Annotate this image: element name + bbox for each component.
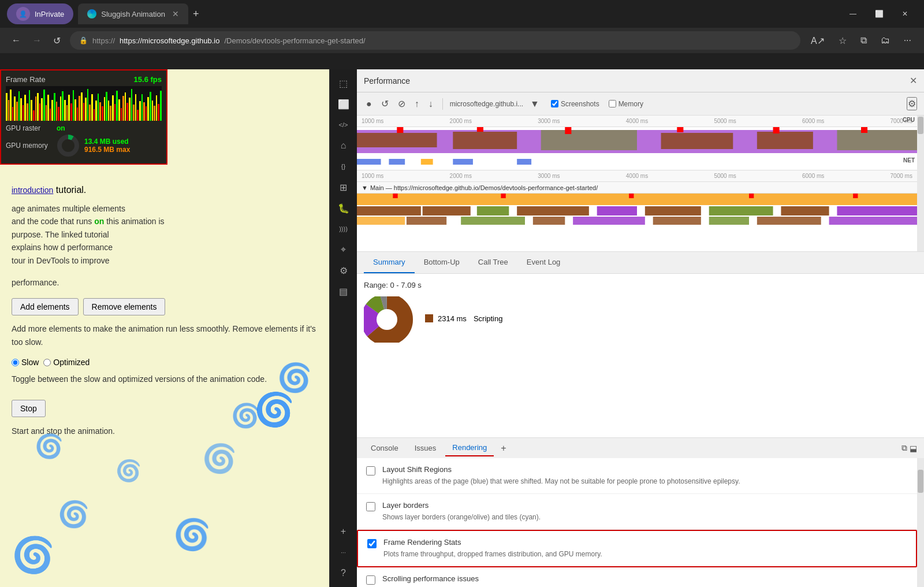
sidebar-icon-cursor[interactable]: ⬚ xyxy=(334,74,353,92)
add-elements-button[interactable]: Add elements xyxy=(12,298,79,315)
svg-rect-21 xyxy=(357,206,421,216)
sidebar-icon-network[interactable]: ⊞ xyxy=(334,178,353,196)
rendering-scrollbar[interactable] xyxy=(917,458,924,587)
maximize-button[interactable]: ⬜ xyxy=(866,3,893,24)
svg-rect-11 xyxy=(565,127,571,134)
tab-issues[interactable]: Issues xyxy=(408,440,444,456)
optimized-radio-label[interactable]: Optimized xyxy=(43,358,90,367)
tab-event-log[interactable]: Event Log xyxy=(517,252,570,273)
devtools-title: Performance xyxy=(364,76,910,86)
timeline-scrollbar[interactable] xyxy=(917,116,924,251)
reload-button[interactable]: ↺ xyxy=(51,33,63,49)
scrolling-title: Scrolling performance issues xyxy=(382,574,908,583)
svg-rect-27 xyxy=(709,206,773,216)
download-button[interactable]: ↓ xyxy=(426,96,435,112)
sidebar-icon-storage[interactable]: ▤ xyxy=(334,282,353,300)
close-button[interactable]: ✕ xyxy=(893,3,917,24)
svg-rect-17 xyxy=(421,159,433,165)
svg-rect-33 xyxy=(533,217,565,225)
upload-button[interactable]: ↑ xyxy=(412,96,422,112)
dropdown-button[interactable]: ▼ xyxy=(528,96,542,112)
svg-rect-34 xyxy=(573,217,645,225)
menu-button[interactable]: ··· xyxy=(900,33,915,48)
add-remove-hint: Add more elements to make the animation … xyxy=(12,322,318,348)
slow-radio-label[interactable]: Slow xyxy=(12,358,39,367)
favorites-button[interactable]: ☆ xyxy=(835,33,850,49)
memory-checkbox[interactable] xyxy=(609,100,616,107)
stop-hint: Start and stop the animation. xyxy=(12,426,318,436)
main-track-header: ▼ Main — https://microsoftedge.github.io… xyxy=(357,182,917,194)
svg-rect-13 xyxy=(773,127,780,133)
tab-console[interactable]: Console xyxy=(364,440,405,456)
add-tab-button[interactable]: + xyxy=(496,441,511,456)
tab-close-button[interactable]: ✕ xyxy=(172,9,179,18)
gpu-memory-row: GPU memory 13.4 MB used 916.5 MB max xyxy=(6,134,162,157)
optimized-radio[interactable] xyxy=(43,359,51,366)
rendering-item-layout-shift: Layout Shift Regions Highlights areas of… xyxy=(357,458,917,494)
svg-rect-35 xyxy=(653,217,701,225)
layer-borders-checkbox[interactable] xyxy=(366,502,375,511)
tab-rendering[interactable]: Rendering xyxy=(445,440,494,456)
performance-settings-button[interactable]: ⚙ xyxy=(907,97,917,110)
sidebar-icon-home[interactable]: ⌂ xyxy=(334,136,353,155)
layout-shift-checkbox[interactable] xyxy=(366,466,375,475)
remove-elements-button[interactable]: Remove elements xyxy=(83,298,166,315)
read-aloud-button[interactable]: A↗ xyxy=(807,33,828,49)
sidebar-icon-more[interactable]: ··· xyxy=(334,543,353,562)
webpage-paragraph: age animates multiple elements and the c… xyxy=(12,202,318,267)
toggle-hint: Toggle between the slow and optimized ve… xyxy=(12,373,318,385)
control-buttons: Add elements Remove elements xyxy=(12,298,318,315)
tab-summary[interactable]: Summary xyxy=(364,252,415,273)
record-button[interactable]: ● xyxy=(364,96,374,112)
scrolling-checkbox[interactable] xyxy=(366,575,375,585)
sidebar-icon-device[interactable]: ⬜ xyxy=(334,95,353,113)
svg-rect-41 xyxy=(629,194,634,198)
perf-url: microsoftedge.github.i... xyxy=(450,100,523,108)
active-tab[interactable]: Sluggish Animation ✕ xyxy=(78,3,188,24)
tab-call-tree[interactable]: Call Tree xyxy=(469,252,517,273)
url-box[interactable]: 🔒 https://https://microsoftedge.github.i… xyxy=(70,31,800,50)
sidebar-icon-elements[interactable]: </> xyxy=(334,116,353,134)
devtools-close-button[interactable]: ✕ xyxy=(910,75,917,86)
sidebar-icon-code[interactable]: {} xyxy=(334,157,353,176)
ruler-marks-bottom: 1000 ms 2000 ms 3000 ms 4000 ms 5000 ms … xyxy=(357,173,917,179)
minimize-button[interactable]: — xyxy=(840,3,866,24)
sidebar-icon-animation[interactable]: ⌖ xyxy=(334,240,353,259)
dock-button[interactable]: ⧉ xyxy=(901,443,907,453)
memory-option: Memory xyxy=(609,100,643,108)
legend-scripting: 2314 ms Scripting xyxy=(425,314,502,323)
timeline-area: 1000 ms 2000 ms 3000 ms 4000 ms 5000 ms … xyxy=(357,116,924,252)
forward-button[interactable]: → xyxy=(30,33,44,48)
timeline-ruler-bottom: 1000 ms 2000 ms 3000 ms 4000 ms 5000 ms … xyxy=(357,170,917,182)
gpu-raster-row: GPU raster on xyxy=(6,124,162,132)
rendering-scrollbar-thumb[interactable] xyxy=(918,470,923,493)
slow-radio[interactable] xyxy=(12,359,19,366)
svg-rect-15 xyxy=(357,159,381,165)
optimized-label: Optimized xyxy=(53,358,90,367)
reload-record-button[interactable]: ↺ xyxy=(379,96,391,112)
svg-rect-23 xyxy=(477,206,509,216)
sidebar-icon-bug[interactable]: 🐛 xyxy=(334,199,353,217)
ruler2-mark-6000: 6000 ms xyxy=(802,173,824,179)
collections-button[interactable]: 🗂 xyxy=(877,33,893,48)
new-tab-button[interactable]: + xyxy=(193,8,199,20)
sidebar-icon-wifi[interactable]: )))) xyxy=(334,220,353,238)
timeline-scrollbar-thumb[interactable] xyxy=(918,117,923,134)
sidebar-icon-add[interactable]: + xyxy=(334,522,353,541)
stop-button[interactable]: Stop xyxy=(12,400,46,417)
tab-bottom-up[interactable]: Bottom-Up xyxy=(415,252,469,273)
intro-link[interactable]: introduction xyxy=(12,185,53,195)
sidebar-icon-help[interactable]: ? xyxy=(334,564,353,582)
sidebar-icon-settings[interactable]: ⚙ xyxy=(334,261,353,280)
layout-shift-content: Layout Shift Regions Highlights areas of… xyxy=(382,465,908,486)
split-panel-button[interactable]: ⬓ xyxy=(910,443,917,453)
inprivate-button[interactable]: 👤 InPrivate xyxy=(7,3,73,24)
back-button[interactable]: ← xyxy=(9,33,23,48)
frame-stats-checkbox[interactable] xyxy=(367,539,377,548)
url-path: /Demos/devtools-performance-get-started/ xyxy=(224,36,365,45)
screenshots-checkbox[interactable] xyxy=(551,100,558,107)
toolbar-separator xyxy=(442,98,443,110)
performance-text: performance. xyxy=(12,276,318,289)
clear-button[interactable]: ⊘ xyxy=(396,96,408,112)
split-button[interactable]: ⧉ xyxy=(857,33,870,48)
